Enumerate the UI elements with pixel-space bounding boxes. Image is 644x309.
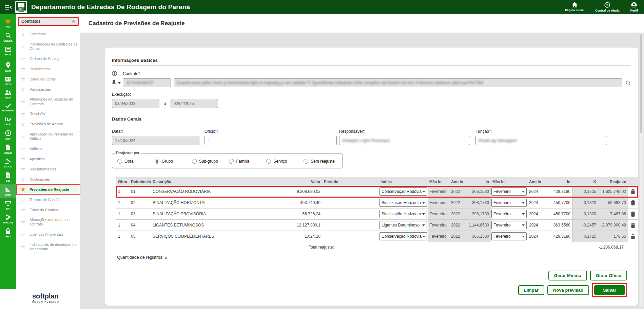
contrato-numero-field[interactable]: JC70/46/36/CP	[123, 78, 171, 87]
execucao-inicio-field[interactable]: 03/04/2023	[112, 99, 159, 108]
radio-familia[interactable]: Familia	[229, 159, 265, 164]
mes-in-select[interactable]: Fevereiro	[491, 187, 527, 196]
indice-select[interactable]: Conservação Rodoviá	[379, 232, 427, 240]
sidebar-item-rescisao[interactable]: ☆Rescisão	[16, 109, 80, 119]
responsavel-field[interactable]: Amaupm s igrlx Prmunqus	[339, 136, 470, 145]
favorite-star-icon[interactable]: ☆	[21, 32, 26, 37]
mes-in-select[interactable]: Fevereiro	[491, 199, 527, 207]
sidebar-item-diario-de-obras[interactable]: ☆Diário de Obras	[16, 74, 80, 84]
radio-sem-reajuste[interactable]: Sem reajuste	[304, 159, 339, 164]
vertical-scrollbar[interactable]	[640, 33, 643, 307]
sidebar-item-aprovacao-previsao-aditivo[interactable]: ☆Aprovação da Previsão de Aditivo	[16, 129, 80, 144]
sidebar-item-realinhamentos[interactable]: ☆Realinhamentos	[16, 164, 80, 174]
oficio-field[interactable]: -	[204, 136, 337, 145]
limpar-button[interactable]: Limpar	[518, 285, 544, 295]
sidebar-item-notificacoes[interactable]: ☆Notificações	[16, 174, 80, 184]
execucao-fim-field[interactable]: 02/04/2025	[171, 99, 218, 108]
favorite-star-icon[interactable]: ☆	[21, 67, 26, 71]
delete-row-icon[interactable]	[628, 197, 638, 208]
delete-row-icon[interactable]	[628, 220, 638, 231]
sidebar-item-previsoes-de-aditivo[interactable]: ☆Previsões de Aditivo	[16, 119, 80, 129]
home-button[interactable]: Página inicial	[565, 2, 585, 12]
sidebar-item-documentos[interactable]: ☆Documentos	[16, 64, 80, 74]
radio-sub-grupo[interactable]: Sub-grupo	[192, 159, 228, 164]
favorite-star-icon[interactable]: ☆	[21, 177, 26, 182]
gerar-oficio-button[interactable]: Gerar Ofício	[590, 271, 627, 280]
indice-select[interactable]: Ligantes Betuminoso	[379, 221, 427, 229]
rail-item-sid[interactable]: s SID	[0, 170, 16, 184]
favorite-star-icon[interactable]: ☆	[21, 56, 26, 61]
rail-item-fila[interactable]: FILA	[0, 44, 16, 58]
favorite-star-icon[interactable]: ☆	[21, 232, 26, 237]
rail-item-sco[interactable]: $ SCO	[0, 74, 16, 88]
rail-item-scp[interactable]: SCP	[0, 88, 16, 101]
favorite-star-icon[interactable]: ☆	[21, 134, 26, 139]
sidebar-item-ordens-de-servico[interactable]: ☆Ordens de Serviço	[16, 54, 80, 64]
favorite-star-icon[interactable]: ☆	[21, 112, 26, 116]
favorite-star-icon[interactable]: ☆	[21, 157, 26, 161]
sidebar-item-previsoes-de-reajuste-active[interactable]: ★Previsões de Reajuste	[16, 184, 80, 195]
sidebar-item-indicadores-desempenho[interactable]: ☆Indicadores de desempenho do contrato	[16, 240, 80, 254]
mes-in-select[interactable]: Fevereiro	[491, 221, 527, 229]
rail-item-saneamento[interactable]: Saneamen	[0, 101, 16, 114]
favorite-star-icon[interactable]: ☆	[21, 99, 26, 104]
rail-item-siclic[interactable]: SICLic	[0, 157, 16, 170]
salvar-button[interactable]: Salvar	[594, 285, 625, 295]
rail-item-spj[interactable]: SPJ	[0, 198, 16, 212]
mes-in-select[interactable]: Fevereiro	[491, 210, 527, 218]
favorite-star-icon[interactable]: ☆	[21, 207, 26, 212]
radio-grupo-selected[interactable]: Grupo	[155, 159, 190, 164]
radio-servico[interactable]: Serviço	[266, 159, 302, 164]
rail-item-seg[interactable]: SEG	[0, 226, 16, 240]
pin-selector[interactable]	[112, 80, 123, 86]
rail-item-wflow[interactable]: WFLOW	[0, 212, 16, 226]
search-contrato-icon[interactable]	[625, 80, 631, 86]
radio-obra[interactable]: Obra	[117, 159, 153, 164]
sidebar-item-licencas-ambientais[interactable]: ☆Licenças Ambientais	[16, 230, 80, 240]
favorite-star-icon[interactable]: ☆	[21, 197, 26, 202]
indice-select[interactable]: Sinalização Horizonta	[379, 199, 427, 207]
favorite-star-icon[interactable]: ☆	[21, 44, 26, 49]
rail-item-scr[interactable]: SCR	[0, 114, 16, 128]
delete-row-icon[interactable]	[628, 208, 638, 219]
sidebar-item-alteracoes-situacao-contrato[interactable]: ☆Alterações da Situação do Contrato	[16, 94, 80, 109]
rail-item-smo-active[interactable]: SMO	[0, 184, 16, 198]
sidebar-item-fotos-do-contrato[interactable]: ☆Fotos do Contrato	[16, 205, 80, 215]
indice-select[interactable]: Conservação Rodoviá	[379, 187, 427, 196]
funcao-field[interactable]: Hsuler pg Samaqpmr	[475, 136, 607, 145]
rail-item-fav[interactable]: FAV	[0, 16, 16, 30]
rail-item-sgf[interactable]: $ SGF	[0, 128, 16, 142]
favorite-star-icon[interactable]: ☆	[21, 220, 26, 224]
favorite-star-icon[interactable]: ☆	[21, 167, 26, 171]
sidebar-item-termos-de-cessao[interactable]: ☆Termos de Cessão	[16, 195, 80, 205]
favorite-star-icon[interactable]: ☆	[21, 146, 26, 151]
rail-item-busca[interactable]: BUSCA	[0, 30, 16, 44]
rail-item-sicadt[interactable]: SICAdt	[0, 142, 16, 157]
mes-in-select[interactable]: Fevereiro	[491, 232, 527, 240]
scrollbar-thumb[interactable]	[640, 34, 642, 133]
rail-item-scm[interactable]: SCM	[0, 60, 16, 74]
profile-button[interactable]: Perfil	[630, 2, 638, 12]
sidebar-item-contratos[interactable]: ☆Contratos	[16, 29, 80, 39]
favorite-star-icon[interactable]: ☆	[21, 77, 26, 81]
delete-row-icon[interactable]	[628, 231, 638, 242]
collapse-menu-icon[interactable]	[4, 5, 12, 10]
sidebar-item-informacoes-contratos-obras[interactable]: ☆Informações de Contratos de Obras	[16, 39, 80, 54]
sidebar-section-contratos[interactable]: Contratos	[18, 17, 79, 26]
info-icon[interactable]	[112, 71, 117, 76]
gerar-minuta-button[interactable]: Gerar Minuta	[548, 271, 587, 280]
indice-select[interactable]: Sinalização Horizonta	[379, 210, 427, 218]
sidebar-item-aditivos[interactable]: ☆Aditivos	[16, 144, 80, 154]
help-button[interactable]: ? Central de Ajuda	[595, 2, 619, 12]
favorite-star-icon[interactable]: ☆	[21, 87, 26, 92]
sidebar-item-apostilas[interactable]: ☆Apostilas	[16, 154, 80, 164]
nova-previsao-button[interactable]: Nova previsão	[547, 285, 589, 295]
favorite-star-icon[interactable]: ☆	[21, 244, 26, 249]
contrato-descricao-field[interactable]: Cuarde ioma cyffos Somr g Icmrrlmdmw hjd…	[174, 78, 622, 87]
favorite-star-icon[interactable]: ☆	[21, 122, 26, 127]
favorite-star-filled-icon[interactable]: ★	[21, 187, 26, 192]
sidebar-item-alteracoes-datas-contrato[interactable]: ☆Alterações das datas do contrato	[16, 215, 80, 229]
data-field[interactable]: 17/10/2024	[112, 136, 199, 145]
sidebar-item-paralisacoes[interactable]: ☆Paralisações	[16, 84, 80, 94]
delete-row-icon[interactable]	[628, 186, 638, 197]
